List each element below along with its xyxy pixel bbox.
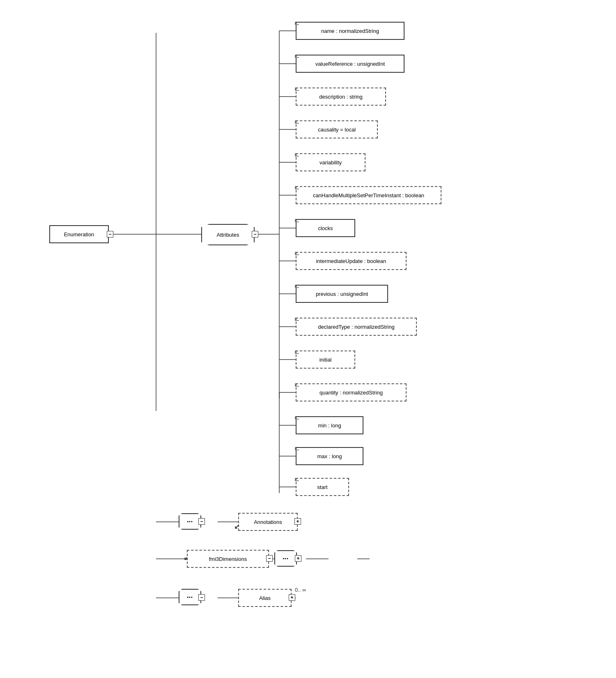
value-reference-node: valueReference : unsignedInt <box>296 55 405 73</box>
attributes-minus[interactable]: − <box>252 231 258 238</box>
declared-type-node: declaredType : normalizedString <box>296 318 417 336</box>
annotations-expand-arrow: ↙ <box>234 523 239 530</box>
intermediate-update-node: intermediateUpdate : boolean <box>296 252 407 270</box>
name-dashed-corner <box>295 22 299 25</box>
intermediate-corner <box>295 252 299 255</box>
quantity-node: quantity : normalizedString <box>296 383 407 401</box>
name-node: name : normalizedString <box>296 22 405 40</box>
causality-node: causality = local <box>296 120 378 138</box>
fmi3dimensions-node: fmi3Dimensions <box>187 550 269 568</box>
max-node: max : long <box>296 447 363 465</box>
fmi3dim-plus[interactable]: + <box>295 555 301 562</box>
enumeration-label: Enumeration <box>64 231 94 238</box>
start-node: start <box>296 478 349 496</box>
min-corner <box>295 416 299 420</box>
alias-plus[interactable]: + <box>289 594 295 601</box>
annotations-ellipsis-minus[interactable]: − <box>198 518 205 525</box>
alias-cardinality: 0.. ∞ <box>295 587 306 593</box>
alias-node: Alias <box>238 589 292 607</box>
enumeration-minus[interactable]: − <box>107 231 113 238</box>
attributes-label: Attributes <box>217 232 239 238</box>
initial-corner <box>295 351 299 354</box>
variability-corner <box>295 153 299 157</box>
causality-corner <box>295 120 299 124</box>
min-node: min : long <box>296 416 363 434</box>
initial-node: initial <box>296 351 355 369</box>
quantity-corner <box>295 383 299 387</box>
previous-corner <box>295 285 299 288</box>
variability-node: variability <box>296 153 365 171</box>
canhandle-corner <box>295 186 299 189</box>
desc-corner <box>295 88 299 91</box>
clocks-corner <box>295 219 299 222</box>
canhandle-node: canHandleMultipleSetPerTimeInstant : boo… <box>296 186 441 204</box>
declared-corner <box>295 318 299 321</box>
clocks-node: clocks <box>296 219 355 237</box>
annotations-node: Annotations <box>238 513 298 531</box>
annotations-plus[interactable]: + <box>294 518 301 525</box>
description-node: description : string <box>296 88 386 106</box>
start-corner <box>295 478 299 481</box>
attributes-node: Attributes <box>201 224 255 245</box>
fmi3dim-minus[interactable]: − <box>266 555 273 562</box>
enumeration-node: Enumeration <box>49 225 109 243</box>
vref-dashed-corner <box>295 55 299 58</box>
alias-ellipsis-node: ••• <box>179 589 201 605</box>
annotations-ellipsis-node: ••• <box>179 513 201 530</box>
fmi3dim-ellipsis-node: ••• <box>274 550 297 567</box>
alias-ellipsis-minus[interactable]: − <box>198 594 205 601</box>
diagram-container: Enumeration − Attributes − name : normal… <box>0 0 616 678</box>
previous-node: previous : unsignedInt <box>296 285 388 303</box>
max-corner <box>295 447 299 450</box>
